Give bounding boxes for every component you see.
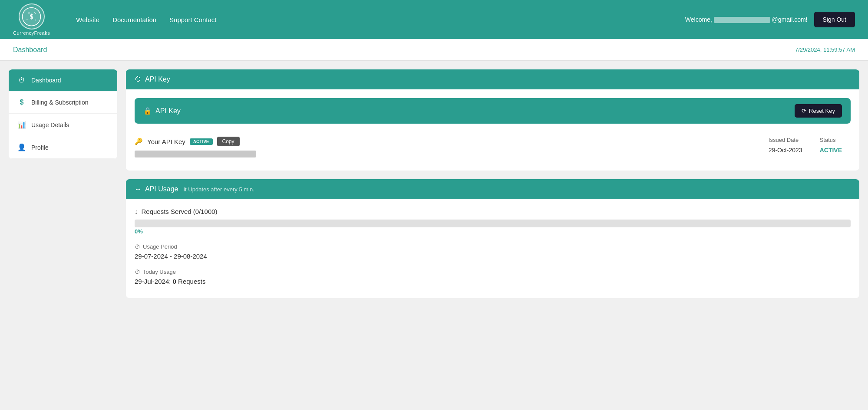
reset-key-button[interactable]: ⟳ Reset Key [795,104,842,118]
breadcrumb-bar: Dashboard 7/29/2024, 11:59:57 AM [0,39,868,61]
api-key-header-left: ⏱ API Key [135,75,170,83]
logo-area: $ ¢ $ * * CurrencyFreaks [13,3,50,36]
api-key-value [135,151,256,157]
status-label: Status [820,137,842,143]
usage-period-icon: ⏱ [135,243,140,250]
sidebar-item-billing-label: Billing & Subscription [31,99,89,106]
sidebar-item-usage-label: Usage Details [31,121,69,128]
nav-links: Website Documentation Support Contact [76,16,216,23]
main-layout: ⏱ Dashboard $ Billing & Subscription 📊 U… [0,61,868,410]
requests-title: ↕ Requests Served (0/1000) [135,208,851,215]
usage-period-section: ⏱ Usage Period 29-07-2024 - 29-08-2024 [135,243,851,260]
billing-icon: $ [17,98,26,106]
api-usage-icon: ↔ [135,185,142,193]
api-usage-subtitle: It Updates after every 5 min. [183,186,254,193]
sidebar-item-dashboard[interactable]: ⏱ Dashboard [9,69,117,92]
nav-website[interactable]: Website [76,16,99,23]
api-usage-card: ↔ API Usage It Updates after every 5 min… [126,179,859,298]
nav-support-contact[interactable]: Support Contact [169,16,216,23]
today-usage-title: ⏱ Today Usage [135,269,851,275]
content-area: ⏱ API Key 🔒 API Key ⟳ Reset Key [126,69,859,401]
api-key-inner-panel: 🔒 API Key ⟳ Reset Key [135,98,851,124]
api-key-inner-title: 🔒 API Key [143,107,181,115]
sign-out-button[interactable]: Sign Out [814,12,855,27]
welcome-text: Welcome, @gmail.com! [685,16,808,23]
status-meta: Status ACTIVE [820,137,842,154]
copy-button[interactable]: Copy [217,137,240,146]
today-usage-date: 29-Jul-2024: [135,278,171,285]
sidebar-item-billing[interactable]: $ Billing & Subscription [9,92,117,114]
nav-documentation[interactable]: Documentation [112,16,156,23]
active-badge: ACTIVE [190,138,213,145]
brand-label: CurrencyFreaks [13,30,50,36]
progress-bar-container [135,220,851,227]
requests-icon: ↕ [135,208,138,215]
issued-date-meta: Issued Date 29-Oct-2023 [769,137,802,154]
svg-text:$: $ [30,13,33,21]
api-usage-header-left: ↔ API Usage It Updates after every 5 min… [135,185,254,193]
today-usage-unit: Requests [178,278,205,285]
api-usage-card-body: ↕ Requests Served (0/1000) 0% ⏱ Usage Pe… [126,199,859,298]
today-usage-icon: ⏱ [135,269,140,275]
sidebar-item-usage[interactable]: 📊 Usage Details [9,114,117,136]
usage-icon: 📊 [17,121,26,129]
api-key-card-header: ⏱ API Key [126,69,859,89]
sidebar-item-profile-label: Profile [31,144,49,151]
logo-icon: $ ¢ $ * * [19,3,45,30]
api-key-label: Your API Key [147,138,185,145]
api-key-label-row: 🔑 Your API Key ACTIVE Copy [135,137,256,146]
usage-period-value: 29-07-2024 - 29-08-2024 [135,253,851,260]
reset-icon: ⟳ [802,108,806,114]
issued-date-value: 29-Oct-2023 [769,147,802,154]
today-usage-value: 29-Jul-2024: 0 Requests [135,278,851,285]
today-usage-section: ⏱ Today Usage 29-Jul-2024: 0 Requests [135,269,851,285]
profile-icon: 👤 [17,143,26,151]
api-key-card: ⏱ API Key 🔒 API Key ⟳ Reset Key [126,69,859,171]
email-blur [714,17,770,23]
dashboard-icon: ⏱ [17,76,26,84]
usage-period-title: ⏱ Usage Period [135,243,851,250]
breadcrumb-title: Dashboard [13,46,47,54]
sidebar-item-dashboard-label: Dashboard [31,77,61,84]
status-value: ACTIVE [820,147,842,154]
key-icon: 🔑 [135,138,143,145]
api-usage-header-label: API Usage [145,185,178,193]
breadcrumb-datetime: 7/29/2024, 11:59:57 AM [795,46,855,53]
requests-section: ↕ Requests Served (0/1000) 0% [135,208,851,235]
header: $ ¢ $ * * CurrencyFreaks Website Documen… [0,0,868,39]
api-key-header-icon: ⏱ [135,75,142,83]
sidebar-item-profile[interactable]: 👤 Profile [9,136,117,159]
today-usage-count: 0 [173,278,176,285]
progress-label: 0% [135,228,851,235]
issued-date-label: Issued Date [769,137,802,143]
lock-icon: 🔒 [143,107,152,115]
api-key-header-label: API Key [145,75,170,83]
api-key-card-body: 🔒 API Key ⟳ Reset Key 🔑 Your API Key ACT… [126,89,859,171]
svg-text:$: $ [34,11,36,15]
sidebar: ⏱ Dashboard $ Billing & Subscription 📊 U… [9,69,117,159]
api-usage-card-header: ↔ API Usage It Updates after every 5 min… [126,179,859,199]
api-key-details: 🔑 Your API Key ACTIVE Copy Issued Date 2… [135,132,851,162]
header-right: Welcome, @gmail.com! Sign Out [685,12,855,27]
api-key-left: 🔑 Your API Key ACTIVE Copy [135,137,256,157]
svg-text:¢: ¢ [28,11,30,15]
api-key-right: Issued Date 29-Oct-2023 Status ACTIVE [769,137,851,154]
